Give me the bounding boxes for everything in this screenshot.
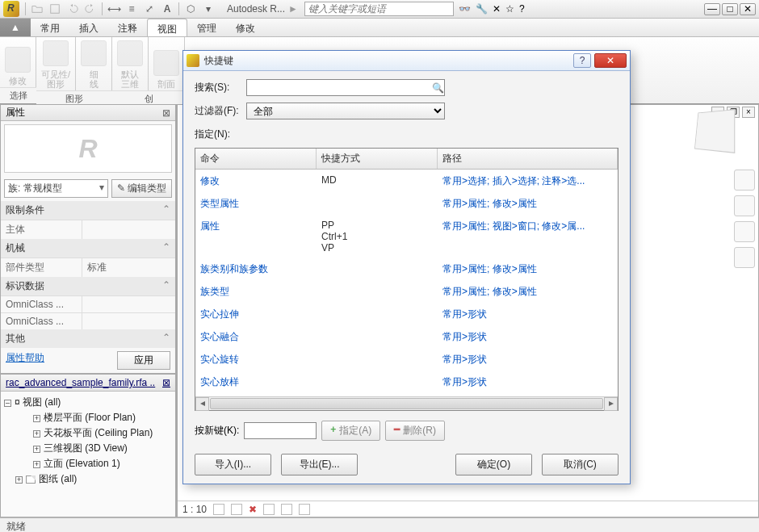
tree-item-floorplan[interactable]: +楼层平面 (Floor Plan) xyxy=(33,410,172,425)
properties-help-link[interactable]: 属性帮助 xyxy=(6,351,44,370)
shortcut-row[interactable]: 实心旋转常用>形状 xyxy=(195,348,618,371)
dialog-help-button[interactable]: ? xyxy=(573,53,591,68)
ribbon-tabs: ▲ 常用 插入 注释 视图 管理 修改 xyxy=(0,19,759,37)
open-icon[interactable] xyxy=(30,2,44,16)
shortcut-row[interactable]: 类型属性常用>属性; 修改>属性 xyxy=(195,192,618,215)
sheets-icon xyxy=(26,475,36,484)
binoculars-icon[interactable]: 👓 xyxy=(459,3,471,15)
title-more: ► xyxy=(288,3,298,15)
ribbon-visibility[interactable]: 可见性/ 图形 xyxy=(36,37,76,90)
col-shortcut[interactable]: 快捷方式 xyxy=(317,149,438,169)
minimize-button[interactable]: — xyxy=(704,3,720,15)
zoom-icon[interactable] xyxy=(734,221,755,242)
dropdown-icon[interactable]: ▾ xyxy=(201,2,216,16)
ribbon-collapse-icon[interactable]: ▲ xyxy=(0,19,31,36)
ok-button[interactable]: 确定(O) xyxy=(455,454,532,475)
assign-button[interactable]: +指定(A) xyxy=(321,421,380,441)
prop-row-parttype[interactable]: 部件类型标准 xyxy=(1,258,175,277)
app-menu-button[interactable] xyxy=(3,1,19,17)
app-title: Autodesk R... xyxy=(227,3,285,15)
search-icon[interactable]: 🔍 xyxy=(432,82,444,94)
tab-home[interactable]: 常用 xyxy=(31,19,69,36)
exchange-icon[interactable]: ✕ xyxy=(493,3,501,15)
visual-style-icon[interactable] xyxy=(231,504,242,515)
properties-title: 属性 xyxy=(6,106,25,119)
crop-icon[interactable] xyxy=(299,504,310,515)
shadows-icon[interactable] xyxy=(281,504,292,515)
dialog-close-button[interactable]: ✕ xyxy=(594,53,627,68)
view-cube[interactable] xyxy=(694,109,735,153)
tab-annotate[interactable]: 注释 xyxy=(108,19,147,36)
type-selector[interactable]: 族: 常规模型 ▾ xyxy=(4,179,108,198)
view-scale[interactable]: 1 : 10 xyxy=(182,504,207,515)
browser-close-icon[interactable]: ⊠ xyxy=(162,377,170,388)
shortcut-row[interactable]: 实心拉伸常用>形状 xyxy=(195,303,618,325)
undo-icon[interactable] xyxy=(65,2,80,16)
measure-icon[interactable]: ⤢ xyxy=(142,2,157,16)
orbit-icon[interactable] xyxy=(734,247,755,268)
text-icon[interactable]: A xyxy=(160,2,174,16)
apply-button[interactable]: 应用 xyxy=(117,351,170,370)
redo-icon[interactable] xyxy=(83,2,98,16)
ribbon-thinlines[interactable]: 细 线 xyxy=(76,37,112,90)
prop-group-constraints[interactable]: 限制条件⌃ xyxy=(1,201,175,220)
ribbon-modify[interactable]: 修改 xyxy=(0,37,36,87)
tab-modify[interactable]: 修改 xyxy=(226,19,265,36)
browser-title: rac_advanced_sample_family.rfa .. xyxy=(6,377,155,388)
prop-row-omni2[interactable]: OmniClass ... xyxy=(1,312,175,329)
filter-select[interactable]: 全部 xyxy=(246,103,445,119)
detail-level-icon[interactable] xyxy=(213,504,224,515)
maximize-button[interactable]: □ xyxy=(722,3,738,15)
3d-icon[interactable]: ⬡ xyxy=(183,2,198,16)
type-preview: R xyxy=(4,124,172,173)
shortcut-row[interactable]: 实心放样常用>形状 xyxy=(195,371,618,393)
export-button[interactable]: 导出(E)... xyxy=(281,454,358,475)
ribbon-section[interactable]: 剖面 xyxy=(149,37,185,90)
edit-type-button[interactable]: ✎ 编辑类型 xyxy=(111,179,172,198)
tree-item-ceilingplan[interactable]: +天花板平面 (Ceiling Plan) xyxy=(33,425,172,441)
tree-item-3dview[interactable]: +三维视图 (3D View) xyxy=(33,441,172,456)
keyboard-shortcuts-dialog: 快捷键 ? ✕ 搜索(S): 🔍 过滤器(F): 全部 指定(N): 命令 快捷… xyxy=(182,50,631,484)
ribbon-default3d[interactable]: 默认 三维 xyxy=(112,37,149,90)
col-command[interactable]: 命令 xyxy=(195,149,317,169)
col-path[interactable]: 路径 xyxy=(438,149,618,169)
prop-group-identity[interactable]: 标识数据⌃ xyxy=(1,277,175,295)
prop-row-omni1[interactable]: OmniClass ... xyxy=(1,295,175,312)
sun-path-icon[interactable] xyxy=(263,504,275,515)
tree-item-elevation[interactable]: +立面 (Elevation 1) xyxy=(33,456,172,471)
doc-close-icon[interactable]: × xyxy=(742,107,755,118)
tab-view[interactable]: 视图 xyxy=(147,19,187,36)
newkey-input[interactable] xyxy=(244,422,317,439)
favorite-icon[interactable]: ☆ xyxy=(505,3,514,15)
save-icon[interactable] xyxy=(48,2,62,16)
pan-icon[interactable] xyxy=(734,195,755,216)
grid-hscrollbar[interactable]: ◂▸ xyxy=(195,396,618,410)
dialog-titlebar[interactable]: 快捷键 ? ✕ xyxy=(183,51,630,71)
shortcut-row[interactable]: 修改MD常用>选择; 插入>选择; 注释>选... xyxy=(195,170,618,192)
steering-wheel-icon[interactable] xyxy=(734,170,755,191)
shortcut-row[interactable]: 属性PP Ctrl+1 VP常用>属性; 视图>窗口; 修改>属... xyxy=(195,215,618,258)
prop-group-mech[interactable]: 机械⌃ xyxy=(1,239,175,258)
shortcut-row[interactable]: 族类型常用>属性; 修改>属性 xyxy=(195,280,618,303)
search-input[interactable] xyxy=(246,79,445,96)
tree-root-views[interactable]: –¤ 视图 (all) xyxy=(4,395,172,410)
help-icon[interactable]: ? xyxy=(519,3,525,15)
dim-icon[interactable]: ⟷ xyxy=(107,2,121,16)
tab-insert[interactable]: 插入 xyxy=(69,19,108,36)
properties-close-icon[interactable]: ⊠ xyxy=(162,107,170,119)
import-button[interactable]: 导入(I)... xyxy=(195,454,271,475)
infocenter-search[interactable] xyxy=(304,2,454,16)
ribbon-group-select: 选择 xyxy=(0,87,36,103)
remove-button[interactable]: ━删除(R) xyxy=(385,421,445,441)
key-icon[interactable]: 🔧 xyxy=(476,3,488,15)
cancel-button[interactable]: 取消(C) xyxy=(542,454,619,475)
tree-item-sheets[interactable]: +图纸 (all) xyxy=(15,471,172,487)
quick-access-toolbar: ⟷ ≡ ⤢ A ⬡ ▾ Autodesk R... ► 👓 🔧 ✕ ☆ ? — … xyxy=(0,0,759,19)
close-button[interactable]: ✕ xyxy=(740,3,756,15)
prop-group-other[interactable]: 其他⌃ xyxy=(1,329,175,348)
shortcut-row[interactable]: 族类别和族参数常用>属性; 修改>属性 xyxy=(195,258,618,280)
prop-row-host[interactable]: 主体 xyxy=(1,220,175,239)
align-icon[interactable]: ≡ xyxy=(124,2,139,16)
shortcut-row[interactable]: 实心融合常用>形状 xyxy=(195,325,618,348)
tab-manage[interactable]: 管理 xyxy=(187,19,226,36)
